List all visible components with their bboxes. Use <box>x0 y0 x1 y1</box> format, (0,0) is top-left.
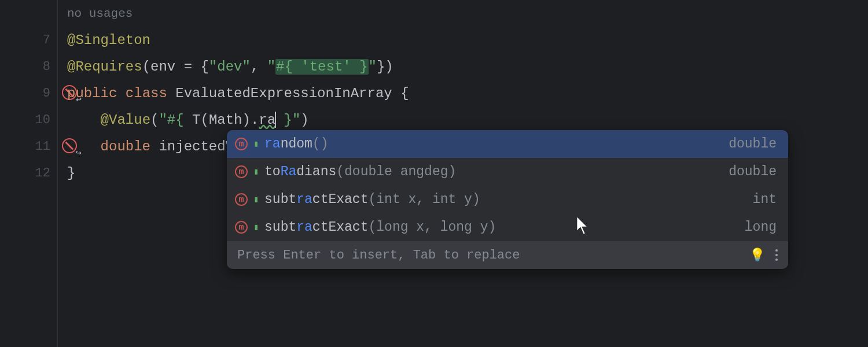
lock-icon: ▮ <box>253 168 259 176</box>
annotation-name: Value <box>109 112 150 128</box>
gutter-line-8: 8 <box>0 53 57 80</box>
string-token: "dev" <box>209 59 251 75</box>
inlay-hint-row: no usages <box>67 0 868 27</box>
completion-footer: Press Enter to insert, Tab to replace 💡 <box>227 241 788 269</box>
completion-text: random() <box>264 136 328 152</box>
brace-close: } <box>377 59 385 75</box>
lock-icon: ▮ <box>253 223 259 232</box>
el-expression: #{ 'test' } <box>275 59 368 75</box>
method-icon: m <box>235 165 248 178</box>
completion-item[interactable]: m ▮ subtractExact(long x, long y) long <box>227 213 788 241</box>
gutter-line-9: 9 ↩ <box>0 80 57 106</box>
comma: , <box>251 59 267 75</box>
line-number: 9 <box>43 86 50 101</box>
completion-item[interactable]: m ▮ random() double <box>227 130 788 158</box>
completion-text: subtractExact(int x, int y) <box>264 192 480 207</box>
code-line-10[interactable]: @Value("#{ T(Math).ra }") <box>67 106 868 133</box>
return-type: long <box>745 220 777 235</box>
rparen: ) <box>300 112 308 128</box>
annotation-token: @Singleton <box>67 32 150 48</box>
code-line-7[interactable]: @Singleton <box>67 27 868 53</box>
line-number: 11 <box>35 139 50 154</box>
method-icon: m <box>235 221 248 234</box>
footer-hint: Press Enter to insert, Tab to replace <box>237 248 520 263</box>
completion-text: subtractExact(long x, long y) <box>264 220 496 235</box>
completion-text: toRadians(double angdeg) <box>264 164 456 179</box>
gutter-line-10: 10 <box>0 106 57 133</box>
rparen: ) <box>385 59 393 75</box>
typed-text: ra <box>259 112 275 128</box>
el-close: } <box>275 112 292 128</box>
gutter-hint-row <box>0 0 57 27</box>
kebab-menu-icon[interactable] <box>775 249 778 261</box>
quote-close: " <box>369 59 377 75</box>
keyword-class: class <box>126 86 167 101</box>
brace-close: } <box>67 165 75 181</box>
arg-name: env = <box>150 59 200 75</box>
completion-popup[interactable]: m ▮ random() double m ▮ toRadians(double… <box>227 130 788 269</box>
code-editor[interactable]: 7 8 9 ↩ 10 11 ↩ 12 no usages @Singleton … <box>0 0 868 347</box>
no-usages-hint[interactable]: no usages <box>67 7 133 20</box>
bulb-icon[interactable]: 💡 <box>749 248 765 263</box>
line-number: 12 <box>35 166 50 180</box>
lock-icon: ▮ <box>253 140 259 149</box>
line-number: 7 <box>43 33 50 47</box>
quote-close: " <box>292 112 300 128</box>
completion-item[interactable]: m ▮ subtractExact(int x, int y) int <box>227 186 788 213</box>
completion-item[interactable]: m ▮ toRadians(double angdeg) double <box>227 158 788 186</box>
brace-open: { <box>400 86 409 101</box>
keyword-public: public <box>67 86 117 101</box>
annotation-at: @ <box>101 112 109 128</box>
return-type: double <box>729 164 777 179</box>
gutter-line-12: 12 <box>0 160 57 186</box>
line-number: 10 <box>35 113 50 127</box>
lock-icon: ▮ <box>253 195 259 204</box>
quote-open: " <box>267 59 275 75</box>
gutter-line-7: 7 <box>0 27 57 53</box>
gutter-line-11: 11 ↩ <box>0 133 57 160</box>
line-number: 8 <box>43 60 50 74</box>
quote-open: " <box>159 112 167 128</box>
lparen: ( <box>150 112 159 128</box>
code-line-9[interactable]: public class EvaluatedExpressionInArray … <box>67 80 868 106</box>
type-math: Math <box>209 112 242 128</box>
method-icon: m <box>235 138 248 150</box>
el-open: #{ <box>167 112 184 128</box>
gutter: 7 8 9 ↩ 10 11 ↩ 12 <box>0 0 58 347</box>
annotation-at: @ <box>67 59 75 75</box>
class-name: EvaluatedExpressionInArray <box>175 86 392 101</box>
code-line-8[interactable]: @Requires(env = {"dev", "#{ 'test' }"}) <box>67 53 868 80</box>
lparen: ( <box>142 59 150 75</box>
return-type: int <box>753 192 777 207</box>
brace-open: { <box>200 59 208 75</box>
keyword-double: double <box>101 139 150 154</box>
annotation-name: Requires <box>75 59 142 75</box>
method-icon: m <box>235 193 248 206</box>
type-t: T <box>192 112 200 128</box>
return-type: double <box>729 136 777 152</box>
